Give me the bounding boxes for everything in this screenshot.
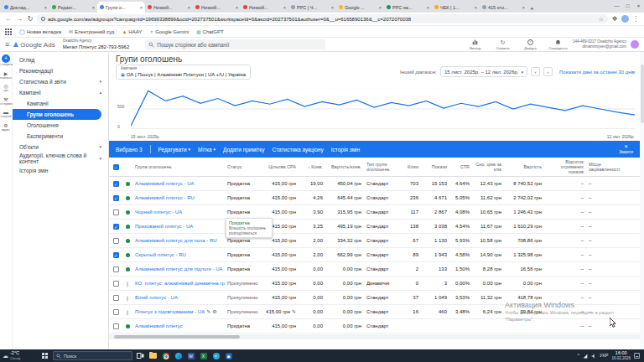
taskbar-weather[interactable]: ☁ -2°C Cloudy <box>3 351 36 360</box>
ad-group-name[interactable]: Скрытый плінтус - RU <box>135 252 186 257</box>
minimize-button[interactable]: — <box>611 0 622 13</box>
bookmark-item[interactable]: ✦Google Gemini <box>149 28 189 34</box>
window-close-button[interactable]: × <box>633 0 644 13</box>
start-button[interactable] <box>39 353 50 359</box>
taskbar-icon-task-view[interactable] <box>135 350 146 361</box>
network-icon[interactable] <box>583 354 588 359</box>
url-input[interactable]: ads.google.com/aw/adgroups?campaignId=19… <box>37 14 608 23</box>
tray-expand-icon[interactable]: ^ <box>578 354 580 359</box>
column-header-type[interactable]: Тип групи оголошень <box>364 162 399 172</box>
tab-close-icon[interactable]: × <box>522 5 525 10</box>
header-action-0[interactable]: Вигляд <box>465 39 486 50</box>
sidebar-item-5[interactable]: Аудиторії, ключові слова й контент▾ <box>13 153 108 165</box>
taskbar-icon-photos[interactable]: ▣ <box>223 350 234 361</box>
bookmark-item[interactable]: ▲HAAY <box>122 29 142 34</box>
search-input[interactable]: Пошук сторінки або кампанії <box>145 39 325 49</box>
tab-close-icon[interactable]: × <box>188 5 190 10</box>
table-row[interactable]: Чорний плінтус - UAПридатна415,00 грн3,9… <box>109 205 640 220</box>
row-checkbox[interactable] <box>113 209 119 215</box>
tab-close-icon[interactable]: × <box>44 5 47 10</box>
browser-menu-icon[interactable]: ⋮ <box>631 15 640 23</box>
tab-close-icon[interactable]: × <box>283 5 286 10</box>
column-header-conv[interactable]: ↓ Конв. <box>299 164 325 169</box>
scrollbar-thumb[interactable] <box>641 65 644 123</box>
row-checkbox[interactable] <box>113 295 119 301</box>
toolbar-action-0[interactable]: Редагувати▾ <box>158 147 191 153</box>
taskbar-icon-telegram[interactable]: ▸ <box>210 350 221 361</box>
bookmark-star-icon[interactable]: ☆ <box>599 16 604 23</box>
table-row[interactable]: ✓Алюмінієвий плінтус - UAПридатна415,00 … <box>109 177 640 191</box>
browser-tab[interactable]: Низкий...× <box>241 2 288 13</box>
rail-item-0[interactable]: +Створити <box>0 54 13 67</box>
row-checkbox[interactable] <box>113 309 119 315</box>
taskbar-search[interactable]: Поиск <box>53 351 132 360</box>
tab-close-icon[interactable]: × <box>331 5 334 10</box>
browser-profile-avatar[interactable] <box>621 15 629 23</box>
language-indicator[interactable]: УКР <box>600 354 608 359</box>
taskbar-icon-file-explorer[interactable] <box>148 350 158 361</box>
horizontal-scrollbar[interactable] <box>109 334 640 339</box>
next-period-button[interactable]: › <box>543 67 553 76</box>
table-row[interactable]: ∥КО: плінтус: алюмінієвий динамічна груп… <box>109 277 640 291</box>
edit-icon[interactable]: ✎ <box>206 309 210 314</box>
sidebar-subitem-2[interactable]: Оголошення <box>13 120 108 131</box>
table-row[interactable]: Алюмінієвий плінтус для підлоги - UAПрид… <box>109 262 640 277</box>
sidebar-item-1[interactable]: Рекомендації <box>13 65 108 76</box>
bookmark-item[interactable]: ◯Новая вкладка <box>19 28 61 34</box>
row-checkbox[interactable] <box>113 323 119 329</box>
edit-icon[interactable]: ✎ <box>292 309 296 314</box>
toolbar-close[interactable]: × Закрити <box>619 143 633 155</box>
ad-group-name[interactable]: Прихований плінтус - UA <box>135 224 193 229</box>
taskbar-icon-word[interactable]: W <box>185 350 196 361</box>
rail-item-5[interactable]: ⚙Адмін <box>0 123 13 132</box>
campaign-selector-chip[interactable]: Кампанія ▣ ОА | Пошук | Алюмінієві Плінт… <box>116 65 251 80</box>
header-action-1[interactable]: ↻Оновити <box>492 39 513 50</box>
taskbar-icon-edge[interactable] <box>173 350 184 361</box>
apps-grid-icon[interactable] <box>5 28 12 35</box>
account-selector[interactable]: Osadchiv Agency Метал Плінтус 282-793-59… <box>63 39 130 49</box>
tab-close-icon[interactable]: × <box>92 5 95 10</box>
browser-tab[interactable]: Низкий...× <box>193 2 241 13</box>
horizontal-scrollbar-thumb[interactable] <box>114 335 240 339</box>
date-range-picker[interactable]: 15 лист. 2025р. – 12 лют. 2026р. ▾ <box>440 66 527 77</box>
ad-group-name[interactable]: Алюмінієвий плінтус - UA <box>135 181 194 186</box>
toolbar-action-1[interactable]: Мітка▾ <box>198 147 216 153</box>
forward-icon[interactable]: → <box>15 15 23 23</box>
column-header-status[interactable]: Статус <box>225 164 263 169</box>
table-row[interactable]: ✓Скрытый плінтус - RUПридатна415,00 грн2… <box>109 248 640 262</box>
browser-tab[interactable]: 415 ето...× <box>480 2 527 13</box>
column-header-clicks[interactable]: Кліки <box>399 164 421 169</box>
tab-close-icon[interactable]: × <box>236 5 238 10</box>
toolbar-action-2[interactable]: Додати примітку <box>223 147 264 153</box>
column-header-cpa[interactable]: Цільова CPA <box>263 164 299 169</box>
row-checkbox[interactable] <box>113 281 119 287</box>
page-scrollbar[interactable] <box>640 52 644 349</box>
notification-center-icon[interactable] <box>634 353 640 359</box>
back-icon[interactable]: ← <box>4 15 13 23</box>
column-header-cost_conv[interactable]: Вартість/конв. <box>325 164 364 169</box>
rail-item-4[interactable]: ▬Рахунки <box>0 110 13 119</box>
rail-item-1[interactable]: ▶Кампанії <box>0 71 13 80</box>
ad-group-name[interactable]: КО: плінтус: алюмінієвий динамічна група… <box>135 281 225 286</box>
ad-group-name[interactable]: Білий плінтус - UA <box>135 295 178 300</box>
sidebar-item-4[interactable]: Об'єкти▾ <box>13 142 108 153</box>
browser-tab[interactable]: Редакт...× <box>49 2 97 13</box>
column-header-cpc[interactable]: Сер. ціна за клік <box>472 162 504 172</box>
bookmark-item[interactable]: ✉Електронний суд <box>69 28 114 34</box>
user-avatar[interactable] <box>631 40 639 49</box>
browser-tab[interactable]: PPC на...× <box>384 2 432 13</box>
sidebar-subitem-3[interactable]: Експерименти <box>13 131 108 142</box>
column-header-impr[interactable]: Покази <box>421 164 449 169</box>
tab-close-icon[interactable]: × <box>427 5 429 10</box>
taskbar-icon-chrome[interactable] <box>160 350 171 361</box>
volume-icon[interactable] <box>591 354 596 359</box>
column-header-name[interactable]: Група оголошень <box>132 164 225 169</box>
browser-tab[interactable]: Google ...× <box>336 2 384 13</box>
rail-item-3[interactable]: ⚒Інструменти <box>0 97 13 106</box>
column-header-cost[interactable]: Вартість <box>504 164 544 169</box>
tab-close-icon[interactable]: × <box>140 5 143 10</box>
row-checkbox[interactable]: ✓ <box>113 224 119 230</box>
tab-close-icon[interactable]: × <box>379 5 382 10</box>
reload-icon[interactable]: ↻ <box>26 15 34 23</box>
tab-close-icon[interactable]: × <box>475 5 477 10</box>
